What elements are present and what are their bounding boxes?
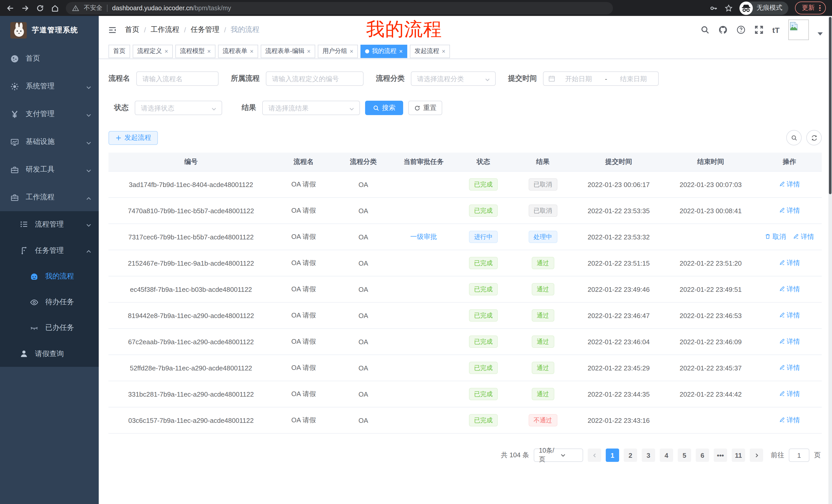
app-logo: 芋道管理系统: [0, 16, 99, 45]
close-icon[interactable]: ×: [442, 48, 445, 54]
breadcrumb-workflow[interactable]: 工作流程: [151, 25, 179, 34]
result-select-input[interactable]: [267, 104, 345, 112]
close-icon[interactable]: ×: [207, 48, 211, 54]
page-2-button[interactable]: 2: [624, 449, 637, 462]
sidebar-item-devtools[interactable]: 研发工具: [0, 156, 99, 184]
detail-link[interactable]: 详情: [779, 389, 800, 399]
update-button[interactable]: 更新: [795, 2, 826, 15]
detail-link[interactable]: 详情: [779, 180, 800, 189]
github-icon[interactable]: [718, 25, 728, 34]
page-1-button[interactable]: 1: [606, 449, 619, 462]
action-label: 详情: [787, 337, 800, 346]
detail-link[interactable]: 详情: [779, 285, 800, 294]
font-size-icon[interactable]: tT: [772, 25, 780, 34]
category-select-input[interactable]: [416, 74, 481, 83]
url-text[interactable]: dashboard.yudao.iocoder.cn/bpm/task/my: [112, 4, 231, 11]
sidebar-item-workflow[interactable]: 工作流程: [0, 184, 99, 211]
detail-link[interactable]: 详情: [779, 311, 800, 320]
detail-link[interactable]: 详情: [779, 206, 800, 215]
sidebar-item-process-mgmt[interactable]: 流程管理: [0, 211, 99, 237]
start-process-button[interactable]: 发起流程: [108, 131, 158, 145]
goto-page-input[interactable]: [789, 449, 809, 462]
close-icon[interactable]: ×: [350, 48, 353, 54]
password-key-icon[interactable]: [710, 4, 718, 12]
page-3-button[interactable]: 3: [642, 449, 655, 462]
sidebar-item-my-process[interactable]: 我的流程: [0, 263, 99, 289]
avatar-dropdown-caret-icon[interactable]: [817, 32, 823, 35]
date-range-picker[interactable]: -: [543, 72, 659, 86]
security-label[interactable]: 不安全: [84, 4, 102, 12]
detail-link[interactable]: 详情: [779, 363, 800, 372]
current-task-link[interactable]: 一级审批: [410, 233, 437, 241]
next-page-button[interactable]: [750, 449, 763, 462]
page-size-select[interactable]: 10条/页: [534, 449, 583, 462]
close-icon[interactable]: ×: [307, 48, 311, 54]
back-icon[interactable]: [6, 4, 15, 12]
sidebar-item-todo-tasks[interactable]: 待办任务: [0, 289, 99, 315]
page-5-button[interactable]: 5: [678, 449, 691, 462]
breadcrumb-home[interactable]: 首页: [125, 25, 139, 34]
reset-button[interactable]: 重置: [408, 101, 442, 115]
prev-page-button[interactable]: [588, 449, 601, 462]
fullscreen-icon[interactable]: [754, 25, 763, 34]
sidebar-item-done-tasks[interactable]: 已办任务: [0, 315, 99, 341]
reload-icon[interactable]: [36, 4, 44, 12]
show-search-toggle-button[interactable]: [786, 130, 802, 145]
tab-process-form[interactable]: 流程表单×: [218, 45, 258, 58]
category-select[interactable]: [411, 72, 496, 86]
search-icon[interactable]: [700, 25, 710, 34]
sidebar-item-infra[interactable]: 基础设施: [0, 128, 99, 156]
forward-icon[interactable]: [21, 4, 29, 12]
user-avatar[interactable]: [788, 20, 809, 40]
detail-link[interactable]: 详情: [779, 258, 800, 268]
detail-link[interactable]: 详情: [793, 232, 814, 242]
close-icon[interactable]: ×: [250, 48, 254, 54]
sidebar-item-task-mgmt[interactable]: 任务管理: [0, 237, 99, 263]
sidebar-item-leave-query[interactable]: 请假查询: [0, 341, 99, 367]
filter-status: 状态: [114, 101, 222, 115]
status-select-input[interactable]: [140, 104, 208, 112]
breadcrumb-task-mgmt[interactable]: 任务管理: [191, 25, 219, 34]
detail-link[interactable]: 详情: [779, 416, 800, 425]
close-icon[interactable]: ×: [399, 48, 402, 54]
cancel-link[interactable]: 取消: [765, 232, 786, 242]
filter-submit-time: 提交时间 -: [508, 72, 659, 86]
monitor-icon: [10, 137, 19, 146]
window-scrollbar[interactable]: [828, 16, 832, 504]
tab-home[interactable]: 首页: [108, 45, 130, 58]
start-date-input[interactable]: [558, 74, 599, 83]
refresh-button[interactable]: [806, 130, 822, 145]
sidebar-item-payment[interactable]: 支付管理: [0, 100, 99, 128]
close-icon[interactable]: ×: [164, 48, 168, 54]
tab-process-definition[interactable]: 流程定义×: [133, 45, 173, 58]
status-select[interactable]: [135, 101, 222, 115]
detail-link[interactable]: 详情: [779, 337, 800, 346]
sidebar-item-home[interactable]: 首页: [0, 45, 99, 73]
home-icon[interactable]: [51, 4, 59, 12]
page-more-button[interactable]: •••: [714, 449, 727, 462]
tab-my-process[interactable]: 我的流程×: [361, 45, 407, 58]
tab-process-form-edit[interactable]: 流程表单-编辑×: [261, 45, 315, 58]
tab-start-process[interactable]: 发起流程×: [410, 45, 450, 58]
sidebar-toggle-icon[interactable]: [108, 25, 117, 34]
tab-process-model[interactable]: 流程模型×: [175, 45, 215, 58]
sidebar-item-system[interactable]: 系统管理: [0, 73, 99, 100]
bookmark-star-icon[interactable]: [725, 4, 733, 12]
tab-user-group[interactable]: 用户分组×: [318, 45, 358, 58]
end-date-input[interactable]: [613, 74, 654, 83]
not-secure-warning-icon[interactable]: [72, 4, 79, 11]
page-6-button[interactable]: 6: [696, 449, 709, 462]
page-4-button[interactable]: 4: [660, 449, 673, 462]
help-icon[interactable]: [736, 25, 746, 34]
browser-menu-icon[interactable]: [820, 5, 821, 11]
scrollbar-thumb[interactable]: [829, 17, 831, 194]
address-bar[interactable]: 不安全 dashboard.yudao.iocoder.cn/bpm/task/…: [66, 2, 613, 14]
page-11-button[interactable]: 11: [732, 449, 745, 462]
process-name-input[interactable]: [141, 74, 213, 83]
search-button[interactable]: 搜索: [365, 101, 403, 115]
owner-process-input[interactable]: [271, 74, 358, 83]
result-select[interactable]: [262, 101, 360, 115]
cell-current-task: [393, 250, 454, 276]
cell-result: 通过: [513, 276, 573, 302]
page-content: 流程名 所属流程 流程分类 提交: [99, 59, 832, 504]
